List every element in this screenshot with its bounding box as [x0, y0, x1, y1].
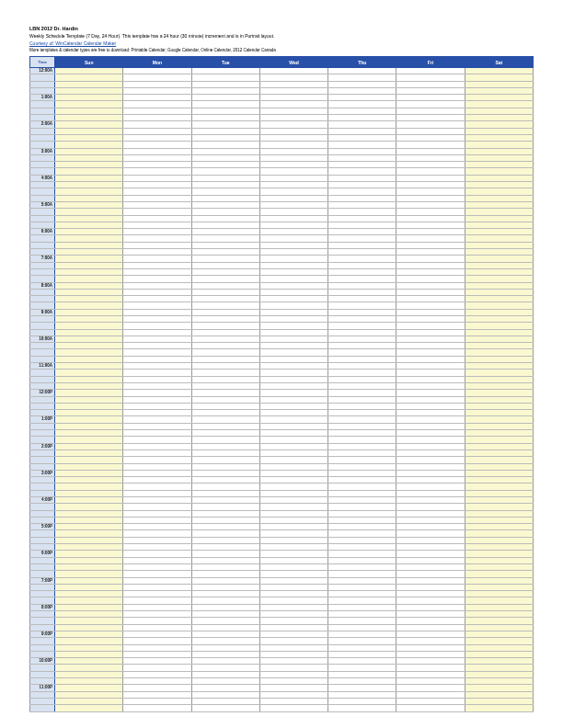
schedule-cell[interactable]	[55, 323, 123, 329]
schedule-cell[interactable]	[191, 268, 259, 275]
schedule-cell[interactable]	[55, 115, 123, 121]
schedule-cell[interactable]	[465, 665, 533, 671]
schedule-cell[interactable]	[465, 302, 533, 309]
schedule-cell[interactable]	[465, 563, 533, 570]
schedule-cell[interactable]	[55, 544, 123, 551]
schedule-cell[interactable]	[259, 242, 327, 248]
schedule-cell[interactable]	[259, 343, 327, 349]
schedule-cell[interactable]	[396, 370, 465, 376]
schedule-cell[interactable]	[396, 483, 465, 490]
schedule-cell[interactable]	[396, 215, 465, 222]
schedule-cell[interactable]	[328, 537, 396, 543]
schedule-cell[interactable]	[55, 557, 123, 563]
schedule-cell[interactable]	[396, 68, 465, 74]
schedule-cell[interactable]	[465, 671, 533, 677]
schedule-cell[interactable]	[191, 524, 259, 530]
schedule-cell[interactable]	[328, 329, 396, 336]
schedule-cell[interactable]	[123, 390, 191, 396]
schedule-cell[interactable]	[55, 282, 123, 289]
schedule-cell[interactable]	[55, 215, 123, 222]
schedule-cell[interactable]	[259, 551, 327, 557]
schedule-cell[interactable]	[396, 691, 465, 698]
schedule-cell[interactable]	[328, 128, 396, 134]
schedule-cell[interactable]	[259, 396, 327, 403]
schedule-cell[interactable]	[191, 162, 259, 168]
schedule-cell[interactable]	[123, 154, 191, 161]
schedule-cell[interactable]	[396, 222, 465, 228]
schedule-cell[interactable]	[191, 671, 259, 677]
schedule-cell[interactable]	[191, 81, 259, 87]
schedule-cell[interactable]	[259, 449, 327, 456]
schedule-cell[interactable]	[465, 349, 533, 356]
schedule-cell[interactable]	[396, 504, 465, 510]
schedule-cell[interactable]	[465, 356, 533, 362]
schedule-cell[interactable]	[191, 343, 259, 349]
schedule-cell[interactable]	[259, 188, 327, 195]
schedule-cell[interactable]	[259, 584, 327, 590]
schedule-cell[interactable]	[55, 430, 123, 437]
schedule-cell[interactable]	[396, 524, 465, 530]
schedule-cell[interactable]	[465, 382, 533, 389]
schedule-cell[interactable]	[328, 638, 396, 644]
schedule-cell[interactable]	[328, 437, 396, 443]
schedule-cell[interactable]	[123, 229, 191, 235]
schedule-cell[interactable]	[465, 363, 533, 370]
schedule-cell[interactable]	[328, 544, 396, 551]
schedule-cell[interactable]	[123, 611, 191, 618]
schedule-cell[interactable]	[259, 215, 327, 222]
schedule-cell[interactable]	[123, 497, 191, 504]
schedule-cell[interactable]	[55, 195, 123, 201]
schedule-cell[interactable]	[55, 618, 123, 624]
schedule-cell[interactable]	[191, 276, 259, 282]
schedule-cell[interactable]	[465, 443, 533, 449]
schedule-cell[interactable]	[123, 296, 191, 302]
schedule-cell[interactable]	[328, 268, 396, 275]
schedule-cell[interactable]	[396, 577, 465, 584]
schedule-cell[interactable]	[259, 510, 327, 517]
schedule-cell[interactable]	[465, 142, 533, 148]
schedule-cell[interactable]	[123, 403, 191, 409]
schedule-cell[interactable]	[328, 356, 396, 362]
schedule-cell[interactable]	[123, 115, 191, 121]
schedule-cell[interactable]	[259, 591, 327, 597]
schedule-cell[interactable]	[328, 276, 396, 282]
schedule-cell[interactable]	[191, 296, 259, 302]
schedule-cell[interactable]	[259, 685, 327, 691]
schedule-cell[interactable]	[55, 87, 123, 94]
schedule-cell[interactable]	[191, 134, 259, 141]
schedule-cell[interactable]	[191, 517, 259, 523]
schedule-cell[interactable]	[328, 624, 396, 631]
schedule-cell[interactable]	[396, 235, 465, 242]
schedule-cell[interactable]	[396, 209, 465, 215]
schedule-cell[interactable]	[465, 134, 533, 141]
schedule-cell[interactable]	[328, 524, 396, 530]
schedule-cell[interactable]	[55, 242, 123, 248]
schedule-cell[interactable]	[191, 544, 259, 551]
schedule-cell[interactable]	[259, 490, 327, 496]
schedule-cell[interactable]	[191, 510, 259, 517]
schedule-cell[interactable]	[191, 591, 259, 597]
schedule-cell[interactable]	[465, 591, 533, 597]
schedule-cell[interactable]	[396, 685, 465, 691]
schedule-cell[interactable]	[123, 571, 191, 577]
schedule-cell[interactable]	[465, 685, 533, 691]
schedule-cell[interactable]	[465, 604, 533, 610]
schedule-cell[interactable]	[123, 175, 191, 181]
schedule-cell[interactable]	[123, 188, 191, 195]
schedule-cell[interactable]	[259, 256, 327, 262]
schedule-cell[interactable]	[465, 638, 533, 644]
schedule-cell[interactable]	[328, 315, 396, 322]
schedule-cell[interactable]	[55, 363, 123, 370]
schedule-cell[interactable]	[259, 154, 327, 161]
schedule-cell[interactable]	[259, 571, 327, 577]
schedule-cell[interactable]	[55, 423, 123, 429]
schedule-cell[interactable]	[259, 249, 327, 256]
schedule-cell[interactable]	[123, 87, 191, 94]
schedule-cell[interactable]	[123, 134, 191, 141]
schedule-cell[interactable]	[55, 249, 123, 256]
schedule-cell[interactable]	[396, 530, 465, 537]
schedule-cell[interactable]	[328, 470, 396, 476]
schedule-cell[interactable]	[191, 396, 259, 403]
schedule-cell[interactable]	[465, 449, 533, 456]
schedule-cell[interactable]	[396, 154, 465, 161]
